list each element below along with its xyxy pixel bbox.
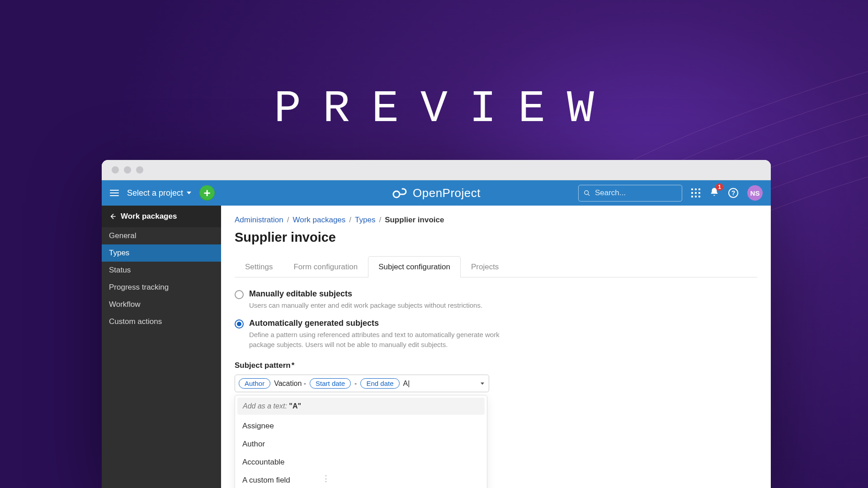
autocomplete-dropdown: Add as a text: "A" Assignee Author Accou…: [235, 395, 487, 488]
notifications-button[interactable]: 1: [709, 187, 719, 199]
option-auto-desc: Define a pattern using referenced attrib…: [249, 330, 515, 350]
brand-text: OpenProject: [413, 186, 481, 200]
sidebar-item-label: Progress tracking: [109, 283, 169, 292]
chip-start-date[interactable]: Start date: [310, 378, 351, 389]
dropdown-item[interactable]: Author: [235, 435, 487, 453]
option-auto[interactable]: Automatically generated subjects Define …: [235, 319, 515, 350]
chip-author[interactable]: Author: [239, 378, 270, 389]
breadcrumb-link[interactable]: Types: [355, 216, 375, 225]
resize-handle-icon[interactable]: ⋮: [322, 474, 330, 483]
option-manual-desc: Users can manually enter and edit work p…: [249, 300, 482, 310]
svg-line-2: [588, 194, 590, 196]
overlay-title: PREVIEW: [0, 84, 868, 135]
option-manual[interactable]: Manually editable subjects Users can man…: [235, 289, 515, 310]
chevron-down-icon[interactable]: [481, 382, 484, 385]
app-topbar: Select a project + OpenProject: [102, 180, 771, 206]
pattern-label: Subject pattern*: [235, 361, 757, 370]
plus-icon: +: [203, 187, 210, 199]
pattern-dash: -: [354, 380, 357, 388]
traffic-light-close[interactable]: [112, 166, 119, 174]
svg-point-0: [393, 191, 400, 197]
sidebar-back[interactable]: Work packages: [102, 206, 221, 227]
arrow-left-icon: [109, 213, 116, 220]
sidebar-item-types[interactable]: Types: [102, 244, 221, 262]
breadcrumb-link[interactable]: Work packages: [292, 216, 345, 225]
apps-icon[interactable]: [691, 188, 700, 197]
dropdown-item[interactable]: Accountable: [235, 453, 487, 471]
menu-icon[interactable]: [110, 190, 119, 196]
breadcrumb-link[interactable]: Administration: [235, 216, 283, 225]
tab-projects[interactable]: Projects: [461, 256, 509, 277]
traffic-light-zoom[interactable]: [136, 166, 143, 174]
avatar-initials: NS: [750, 189, 760, 197]
search-input[interactable]: [595, 188, 677, 197]
project-selector[interactable]: Select a project: [127, 188, 191, 198]
pattern-text: Vacation -: [274, 380, 306, 388]
tabs: Settings Form configuration Subject conf…: [235, 256, 757, 277]
window-titlebar: [102, 160, 771, 180]
sidebar: Work packages General Types Status Progr…: [102, 206, 221, 488]
traffic-light-minimize[interactable]: [124, 166, 131, 174]
svg-point-1: [585, 190, 589, 194]
breadcrumb: Administration / Work packages / Types /…: [235, 216, 757, 225]
notification-badge: 1: [716, 183, 723, 191]
avatar[interactable]: NS: [747, 185, 763, 201]
sidebar-back-label: Work packages: [121, 212, 177, 221]
add-button[interactable]: +: [199, 185, 215, 201]
dropdown-item[interactable]: Assignee: [235, 417, 487, 435]
tab-subject-configuration[interactable]: Subject configuration: [368, 256, 461, 277]
option-auto-title: Automatically generated subjects: [249, 319, 515, 328]
sidebar-item-progress-tracking[interactable]: Progress tracking: [102, 279, 221, 296]
page-title: Supplier invoice: [235, 230, 757, 245]
sidebar-item-status[interactable]: Status: [102, 262, 221, 279]
sidebar-item-label: Workflow: [109, 300, 141, 309]
tab-form-configuration[interactable]: Form configuration: [283, 256, 368, 277]
sidebar-item-label: General: [109, 231, 136, 240]
radio-auto[interactable]: [235, 319, 244, 328]
option-manual-title: Manually editable subjects: [249, 289, 482, 299]
sidebar-item-workflow[interactable]: Workflow: [102, 296, 221, 313]
search-icon: [584, 189, 590, 197]
sidebar-item-custom-actions[interactable]: Custom actions: [102, 313, 221, 330]
pattern-typed: A|: [403, 380, 410, 388]
search-box[interactable]: [578, 185, 682, 202]
sidebar-item-general[interactable]: General: [102, 227, 221, 244]
sidebar-item-label: Custom actions: [109, 317, 162, 326]
dropdown-add-as-text[interactable]: Add as a text: "A": [237, 398, 485, 415]
dropdown-item[interactable]: A custom field: [235, 471, 487, 488]
main-content: Administration / Work packages / Types /…: [221, 206, 771, 488]
breadcrumb-current: Supplier invoice: [385, 216, 444, 225]
tab-settings[interactable]: Settings: [235, 256, 283, 277]
chevron-down-icon: [187, 192, 191, 194]
sidebar-item-label: Types: [109, 249, 129, 258]
sidebar-item-label: Status: [109, 266, 131, 275]
chip-end-date[interactable]: End date: [360, 378, 399, 389]
pattern-input[interactable]: Author Vacation - Start date - End date …: [235, 375, 489, 392]
brand-icon: [392, 187, 408, 199]
app-window: Select a project + OpenProject: [102, 160, 771, 488]
radio-manual[interactable]: [235, 290, 244, 299]
brand: OpenProject: [392, 186, 481, 200]
project-selector-label: Select a project: [127, 188, 183, 198]
help-icon[interactable]: ?: [728, 188, 738, 198]
